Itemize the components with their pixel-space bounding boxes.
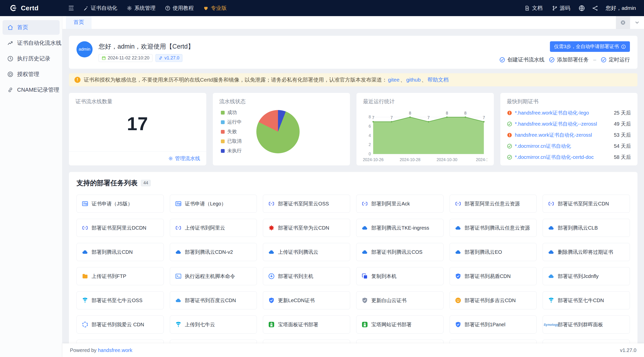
task-item-11[interactable]: 部署到腾讯云CLB (543, 219, 630, 237)
task-item-9[interactable]: 部署到腾讯云TKE-ingress (356, 219, 444, 237)
header-link-0[interactable]: 文档 (520, 5, 547, 12)
avatar[interactable]: admin (76, 41, 93, 57)
notice-link-2[interactable]: 帮助文档 (427, 77, 449, 83)
task-item-10[interactable]: 部署证书到腾讯云任意云资源 (450, 219, 537, 237)
task-item-16[interactable]: 部署到腾讯云EO (450, 243, 537, 261)
expiry-cert-link[interactable]: handsfree.work证书自动化-zerossl (515, 132, 609, 138)
welcome-right: 仅需3步，全自动申请部署证书 创建证书流水线添加部署任务–定时运行 (499, 41, 630, 63)
expiry-cert-link[interactable]: *.handsfree.work证书自动化--zerossl (515, 121, 609, 127)
legend-item-3[interactable]: 已取消 (221, 138, 242, 145)
legend-item-2[interactable]: 失败 (221, 128, 242, 135)
tencent-icon (548, 225, 554, 231)
manage-pipelines-link[interactable]: 管理流水线 (168, 155, 200, 162)
legend-item-1[interactable]: 运行中 (221, 119, 242, 125)
notice-text: 证书和授权为敏感信息，不要使用来历不明的在线Certd服务和镜像，以免泄露；请务… (84, 76, 449, 83)
legend-item-4[interactable]: 未执行 (221, 148, 242, 154)
logo[interactable]: Certd (0, 4, 62, 12)
task-item-18[interactable]: 上传证书到FTP (76, 267, 164, 285)
sidebar-item-1[interactable]: 证书自动化流水线 (3, 36, 60, 50)
task-item-15[interactable]: 部署证书到腾讯云COS (356, 243, 444, 261)
task-item-0[interactable]: 证书申请（JS版） (76, 195, 164, 213)
auto-apply-button[interactable]: 仅需3步，全自动申请部署证书 (550, 41, 630, 52)
task-item-2[interactable]: 部署证书至阿里云OSS (263, 195, 350, 213)
sidebar-item-2[interactable]: 执行历史记录 (3, 51, 60, 66)
sidebar-item-3[interactable]: 授权管理 (3, 67, 60, 82)
task-item-25[interactable]: 部署证书到百度云CDN (170, 291, 257, 309)
integrations-icon[interactable] (592, 5, 598, 11)
task-item-clipped[interactable] (450, 340, 537, 343)
task-item-35[interactable]: Synology部署证书到群晖面板 (543, 315, 630, 334)
task-item-28[interactable]: 部署证书到多吉云CDN (450, 291, 537, 309)
task-item-17[interactable]: 删除腾讯云即将过期证书 (543, 243, 630, 261)
task-item-33[interactable]: 宝塔网站证书部署 (356, 315, 444, 334)
task-item-4[interactable]: 部署至阿里云任意云资源 (450, 195, 537, 213)
task-item-23[interactable]: 部署证书到Jcdnfly (543, 267, 630, 285)
task-item-7[interactable]: 上传证书到阿里云 (170, 219, 257, 237)
task-item-14[interactable]: 上传证书到腾讯云 (263, 243, 350, 261)
synology-icon: Synology (548, 321, 554, 328)
header-right: 文档源码 您好，admin (520, 5, 644, 12)
pipeline-count-value: 17 (75, 113, 200, 134)
handsfree-link[interactable]: handsfree.work (98, 347, 132, 353)
task-item-clipped[interactable] (76, 340, 164, 343)
task-item-19[interactable]: 执行远程主机脚本命令 (170, 267, 257, 285)
task-item-12[interactable]: 部署到腾讯云CDN (76, 243, 164, 261)
task-item-8[interactable]: 部署证书至华为云CDN (263, 219, 350, 237)
task-item-22[interactable]: 部署证书到易盾CDN (450, 267, 537, 285)
legend-item-0[interactable]: 成功 (221, 109, 242, 116)
header-menu-item-1[interactable]: 系统管理 (122, 0, 160, 16)
chartline-icon (7, 40, 13, 46)
task-item-clipped[interactable] (263, 340, 350, 343)
task-item-26[interactable]: 更新LeCDN证书 (263, 291, 350, 309)
sidebar-item-0[interactable]: 首页 (3, 20, 60, 35)
expiry-cert-link[interactable]: *.docmirror.cn证书自动化-certd-doc (515, 154, 609, 161)
task-item-31[interactable]: 上传到七牛云 (170, 315, 257, 334)
expiry-cert-link[interactable]: *.docmirror.cn证书自动化 (515, 143, 609, 150)
task-item-34[interactable]: 部署证书到1Panel (450, 315, 537, 334)
expiry-days: 58 天后 (614, 154, 631, 161)
header-menu-item-0[interactable]: 证书自动化 (78, 0, 122, 16)
expiry-row-4: *.docmirror.cn证书自动化-certd-doc58 天后 (507, 152, 631, 163)
card-title: 证书流水线数量 (75, 98, 200, 105)
tab-options-button[interactable] (630, 16, 644, 29)
welcome-title: 您好，admin，欢迎使用【Certd】 (99, 42, 194, 51)
task-item-13[interactable]: 部署到腾讯云CDN-v2 (170, 243, 257, 261)
tab-home[interactable]: 首页 (66, 16, 92, 29)
language-icon[interactable] (579, 5, 585, 11)
svg-text:7: 7 (427, 115, 430, 120)
pipeline-count-card: 证书流水线数量 17 管理流水线 (69, 93, 206, 165)
logo-text: Certd (21, 4, 38, 12)
expiry-cert-link[interactable]: *.handsfree.work证书自动化-lego (515, 110, 609, 116)
task-item-clipped[interactable] (356, 340, 444, 343)
task-item-29[interactable]: 部署证书至七牛CDN (543, 291, 630, 309)
close-tab-button[interactable] (616, 16, 630, 29)
version-badge[interactable]: v1.27.0 (155, 54, 182, 62)
shield-blue-icon (268, 297, 275, 304)
header-link-1[interactable]: 源码 (547, 5, 575, 12)
task-item-27[interactable]: 更新白山云证书 (356, 291, 444, 309)
legend-swatch (221, 139, 225, 143)
shield-blue-icon (455, 273, 461, 279)
task-item-32[interactable]: 宝塔面板证书部署 (263, 315, 350, 334)
task-item-24[interactable]: 部署证书至七牛云OSS (76, 291, 164, 309)
header-menu-item-2[interactable]: 使用教程 (160, 0, 198, 16)
task-item-20[interactable]: 部署证书到主机 (263, 267, 350, 285)
sidebar-item-4[interactable]: CNAME记录管理 (3, 83, 60, 97)
sidebar-collapse-icon[interactable] (68, 5, 74, 11)
task-item-1[interactable]: 证书申请（Lego） (170, 195, 257, 213)
task-item-6[interactable]: 部署证书至阿里云DCDN (76, 219, 164, 237)
header-menu-item-3[interactable]: 专业版 (198, 0, 231, 16)
tasks-header: 支持的部署任务列表 44 (76, 178, 630, 188)
expiry-days: 49 天后 (614, 121, 631, 127)
notice-link-1[interactable]: github (406, 77, 421, 83)
doge-icon (455, 297, 461, 304)
task-item-30[interactable]: 部署证书到我爱云 CDN (76, 315, 164, 334)
task-item-clipped[interactable] (170, 340, 257, 343)
recent-runs-chart: 0246877878872024-10-262024-10-282024-10-… (363, 106, 487, 162)
notice-link-0[interactable]: gitee (388, 77, 399, 83)
user-greeting[interactable]: 您好，admin (606, 5, 636, 12)
task-item-3[interactable]: 部署到阿里云Ack (356, 195, 444, 213)
task-item-clipped[interactable] (543, 340, 630, 343)
task-item-5[interactable]: 部署证书至阿里云CDN (543, 195, 630, 213)
task-item-21[interactable]: 复制到本机 (356, 267, 444, 285)
